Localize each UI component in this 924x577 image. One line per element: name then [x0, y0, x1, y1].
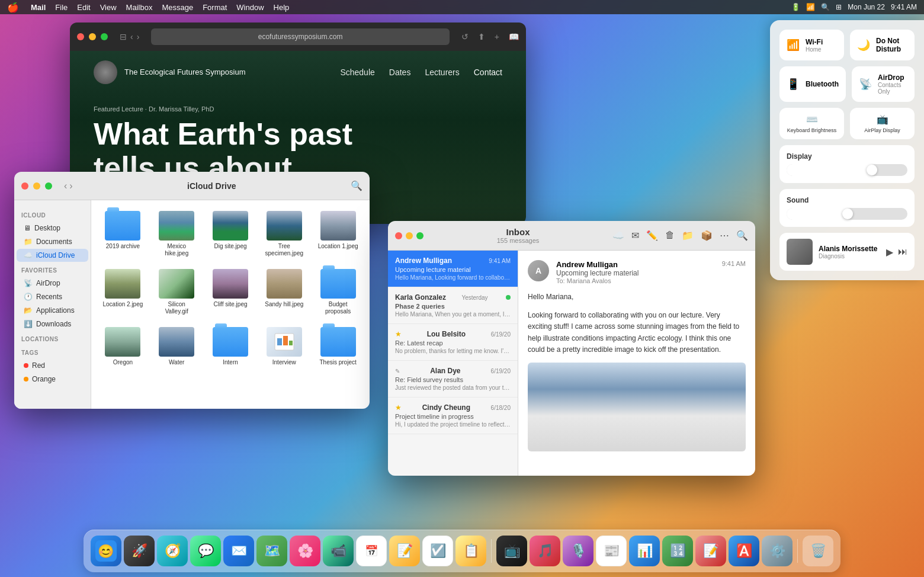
- file-item-budget-proposals[interactable]: Budget proposals: [313, 265, 362, 319]
- cc-airplay-tile[interactable]: 📺 AirPlay Display: [850, 108, 915, 139]
- dock-podcasts[interactable]: 🎙️: [563, 536, 593, 566]
- file-item-silicon-valley[interactable]: Silicon Valley.gif: [152, 265, 201, 319]
- dock-launchpad[interactable]: 🚀: [124, 536, 155, 566]
- sidebar-tag-orange[interactable]: Orange: [17, 373, 88, 386]
- dock-stickies[interactable]: 📋: [455, 536, 486, 566]
- file-item-location1[interactable]: Location 1.jpeg: [313, 207, 362, 261]
- dock-trash[interactable]: 🗑️: [803, 536, 833, 566]
- dock-news[interactable]: 📰: [596, 536, 627, 566]
- nav-contact[interactable]: Contact: [474, 68, 502, 77]
- dock-photos[interactable]: 🌸: [290, 536, 320, 566]
- more-icon[interactable]: ⋯: [720, 230, 729, 241]
- mail-item-alan[interactable]: ✎ Alan Dye 6/19/20 Re: Field survey resu…: [388, 361, 518, 398]
- cc-keyboard-brightness-tile[interactable]: ⌨️ Keyboard Brightness: [779, 108, 844, 139]
- dock-messages[interactable]: 💬: [190, 536, 221, 566]
- play-icon[interactable]: ▶: [886, 246, 893, 258]
- dock-pages[interactable]: 📝: [695, 536, 726, 566]
- finder-back-icon[interactable]: ‹: [64, 181, 67, 191]
- file-item-2019-archive[interactable]: 2019 archive: [98, 207, 147, 261]
- file-item-oregon[interactable]: Oregon: [98, 323, 147, 370]
- app-name[interactable]: Mail: [31, 3, 46, 12]
- sidebar-item-desktop[interactable]: 🖥 Desktop: [17, 222, 88, 235]
- menu-window[interactable]: Window: [236, 3, 264, 12]
- dock-reminders[interactable]: ☑️: [422, 536, 453, 566]
- dock-maps[interactable]: 🗺️: [256, 536, 287, 566]
- cc-bluetooth-tile[interactable]: 📱 Bluetooth: [779, 66, 846, 102]
- dock-mail[interactable]: ✉️: [223, 536, 254, 566]
- apple-menu[interactable]: 🍎: [7, 2, 19, 13]
- refresh-icon[interactable]: ↺: [461, 32, 469, 41]
- mail-maximize-button[interactable]: [416, 232, 424, 239]
- forward-icon[interactable]: ›: [137, 32, 140, 41]
- compose-icon[interactable]: ✉: [631, 230, 639, 241]
- dock-appstore[interactable]: 🅰️: [729, 536, 759, 566]
- finder-close-button[interactable]: [21, 182, 28, 190]
- control-center-icon[interactable]: ⊞: [836, 3, 842, 11]
- menu-help[interactable]: Help: [274, 3, 290, 12]
- finder-minimize-button[interactable]: [33, 182, 40, 190]
- mail-item-andrew[interactable]: Andrew Mulligan 9:41 AM Upcoming lecture…: [388, 251, 518, 287]
- file-item-cliff-site[interactable]: Cliff site.jpeg: [206, 265, 255, 319]
- sidebar-item-recents[interactable]: 🕐 Recents: [17, 290, 88, 303]
- search-icon[interactable]: 🔍: [736, 230, 748, 241]
- sound-slider[interactable]: [787, 208, 907, 220]
- reading-list-icon[interactable]: 📖: [509, 32, 519, 41]
- sidebar-item-applications[interactable]: 📂 Applications: [17, 304, 88, 317]
- finder-maximize-button[interactable]: [45, 182, 52, 190]
- file-item-mexico-hike[interactable]: Mexico hike.jpeg: [152, 207, 201, 261]
- nav-dates[interactable]: Dates: [389, 68, 411, 77]
- move-icon[interactable]: 📁: [682, 230, 694, 241]
- dock-numbers[interactable]: 🔢: [662, 536, 693, 566]
- nav-schedule[interactable]: Schedule: [340, 68, 374, 77]
- url-bar[interactable]: ecofuturessymposium.com: [151, 28, 449, 45]
- mail-close-button[interactable]: [395, 232, 402, 239]
- new-message-icon[interactable]: ✏️: [646, 230, 658, 241]
- sidebar-item-airdrop[interactable]: 📡 AirDrop: [17, 277, 88, 290]
- file-item-thesis-project[interactable]: Thesis project: [313, 323, 362, 370]
- nav-lecturers[interactable]: Lecturers: [425, 68, 459, 77]
- dock-keynote[interactable]: 📊: [629, 536, 660, 566]
- cc-airdrop-tile[interactable]: 📡 AirDrop Contacts Only: [852, 66, 915, 102]
- search-icon[interactable]: 🔍: [821, 3, 830, 11]
- file-item-tree-specimen[interactable]: Tree specimen.jpeg: [259, 207, 309, 261]
- mail-item-karla[interactable]: Karla Gonzalez Yesterday Phase 2 queries…: [388, 287, 518, 324]
- sidebar-tag-red[interactable]: Red: [17, 359, 88, 372]
- dock-calendar[interactable]: 📅: [356, 536, 387, 566]
- dock-facetime[interactable]: 📹: [323, 536, 354, 566]
- add-tab-icon[interactable]: +: [495, 32, 499, 41]
- finder-forward-icon[interactable]: ›: [69, 181, 72, 191]
- display-slider[interactable]: [787, 164, 907, 176]
- mail-item-cindy[interactable]: ★ Cindy Cheung 6/18/20 Project timeline …: [388, 398, 518, 434]
- sidebar-item-icloud-drive[interactable]: ☁️ iCloud Drive: [17, 249, 88, 262]
- file-item-sandy-hill[interactable]: Sandy hill.jpeg: [259, 265, 309, 319]
- file-item-dig-site[interactable]: Dig site.jpeg: [206, 207, 255, 261]
- delete-icon[interactable]: 🗑: [665, 230, 675, 241]
- file-item-water[interactable]: Water: [152, 323, 201, 370]
- file-item-location2[interactable]: Location 2.jpeg: [98, 265, 147, 319]
- menu-message[interactable]: Message: [162, 3, 193, 12]
- dock-music[interactable]: 🎵: [530, 536, 560, 566]
- back-icon[interactable]: ‹: [130, 32, 133, 41]
- mail-minimize-button[interactable]: [406, 232, 413, 239]
- cc-dnd-tile[interactable]: 🌙 Do Not Disturb: [850, 30, 915, 60]
- menu-mailbox[interactable]: Mailbox: [126, 3, 153, 12]
- dock-system-preferences[interactable]: ⚙️: [762, 536, 793, 566]
- menu-edit[interactable]: Edit: [77, 3, 90, 12]
- display-knob[interactable]: [867, 165, 877, 175]
- menu-format[interactable]: Format: [203, 3, 227, 12]
- dock-tv[interactable]: 📺: [496, 536, 527, 566]
- cc-wifi-tile[interactable]: 📶 Wi-Fi Home: [779, 30, 844, 60]
- dock-notes-app[interactable]: 📝: [389, 536, 420, 566]
- minimize-button[interactable]: [89, 33, 96, 40]
- mail-item-lou[interactable]: ★ Lou Belsito 6/19/20 Re: Latest recap N…: [388, 324, 518, 361]
- sidebar-item-documents[interactable]: 📁 Documents: [17, 235, 88, 248]
- sidebar-toggle-icon[interactable]: ⊟: [120, 32, 127, 41]
- dock-safari[interactable]: 🧭: [157, 536, 188, 566]
- archive-icon[interactable]: 📦: [701, 230, 713, 241]
- finder-search-icon[interactable]: 🔍: [351, 180, 362, 191]
- maximize-button[interactable]: [101, 33, 108, 40]
- menu-view[interactable]: View: [100, 3, 117, 12]
- sidebar-item-downloads[interactable]: ⬇️ Downloads: [17, 318, 88, 331]
- file-item-intern[interactable]: Intern: [206, 323, 255, 370]
- skip-icon[interactable]: ⏭: [898, 246, 907, 258]
